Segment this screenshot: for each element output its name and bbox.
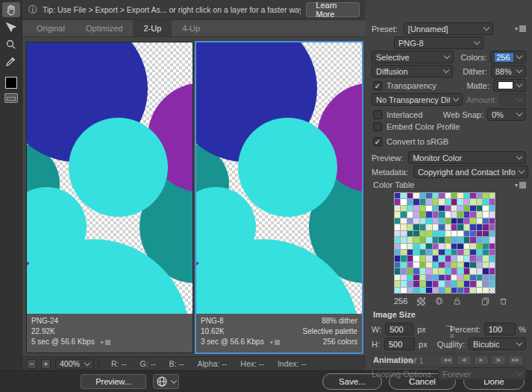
color-swatch[interactable]: [457, 288, 463, 293]
color-swatch[interactable]: [451, 218, 457, 224]
color-swatch[interactable]: [483, 218, 488, 224]
color-swatch[interactable]: [489, 218, 495, 224]
lock-color-icon[interactable]: [453, 297, 461, 306]
color-swatch[interactable]: [457, 281, 463, 286]
embed-color-profile-checkbox[interactable]: [373, 122, 382, 131]
color-swatch[interactable]: [395, 281, 400, 286]
next-frame-button[interactable]: |▶: [491, 355, 506, 365]
color-swatch[interactable]: [457, 224, 463, 230]
color-swatch[interactable]: [433, 231, 438, 236]
color-swatch[interactable]: [407, 193, 413, 198]
color-swatch[interactable]: [445, 193, 451, 198]
color-swatch[interactable]: [483, 237, 488, 242]
color-swatch[interactable]: [401, 224, 406, 230]
color-swatch[interactable]: [457, 262, 463, 268]
color-swatch[interactable]: [457, 237, 463, 242]
color-swatch[interactable]: [426, 206, 431, 211]
color-swatch[interactable]: [439, 244, 444, 249]
color-swatch[interactable]: [426, 224, 431, 230]
eyedropper-color-swatch[interactable]: [5, 77, 17, 89]
interlaced-checkbox[interactable]: [373, 110, 382, 119]
color-swatch[interactable]: [470, 250, 475, 255]
color-swatch[interactable]: [489, 262, 495, 268]
tab-4-up[interactable]: 4-Up: [172, 20, 210, 37]
color-swatch[interactable]: [489, 281, 495, 286]
color-swatch[interactable]: [483, 199, 488, 204]
dither-amount-dropdown[interactable]: 88%: [491, 65, 526, 78]
color-swatch[interactable]: [457, 250, 463, 255]
color-swatch[interactable]: [401, 237, 406, 242]
percent-field[interactable]: 100: [484, 323, 516, 335]
color-swatch[interactable]: [489, 231, 495, 236]
color-swatch[interactable]: [395, 288, 400, 293]
color-swatch[interactable]: [413, 199, 419, 204]
color-table-menu-icon[interactable]: ▾: [515, 182, 526, 189]
color-swatch[interactable]: [483, 281, 488, 286]
color-swatch[interactable]: [433, 206, 438, 211]
learn-more-button[interactable]: Learn More: [306, 2, 360, 17]
delete-color-icon[interactable]: [499, 297, 507, 306]
color-swatch[interactable]: [401, 244, 406, 249]
color-swatch[interactable]: [401, 250, 406, 255]
color-swatch[interactable]: [445, 224, 451, 230]
color-swatch[interactable]: [445, 250, 451, 255]
color-swatch[interactable]: [420, 268, 425, 274]
color-swatch[interactable]: [413, 275, 419, 280]
color-swatch[interactable]: [483, 224, 488, 230]
color-swatch[interactable]: [401, 275, 406, 280]
color-swatch[interactable]: [420, 250, 425, 255]
color-swatch[interactable]: [433, 224, 438, 230]
color-swatch[interactable]: [451, 262, 457, 268]
color-swatch[interactable]: [464, 218, 469, 224]
tab-optimized[interactable]: Optimized: [75, 20, 134, 37]
color-swatch[interactable]: [439, 256, 444, 261]
color-swatch[interactable]: [470, 237, 475, 242]
color-swatch[interactable]: [483, 268, 488, 274]
color-swatch[interactable]: [426, 199, 431, 204]
color-swatch[interactable]: [464, 212, 469, 217]
color-swatch[interactable]: [470, 275, 475, 280]
color-swatch[interactable]: [477, 218, 482, 224]
color-swatch[interactable]: [451, 268, 457, 274]
color-swatch[interactable]: [483, 256, 488, 261]
first-frame-button[interactable]: ◀◀: [439, 355, 454, 365]
color-swatch[interactable]: [477, 193, 482, 198]
color-swatch[interactable]: [426, 288, 431, 293]
color-swatch[interactable]: [407, 262, 413, 268]
color-swatch[interactable]: [439, 250, 444, 255]
color-swatch[interactable]: [457, 193, 463, 198]
color-swatch[interactable]: [470, 231, 475, 236]
color-swatch[interactable]: [426, 262, 431, 268]
color-swatch[interactable]: [470, 256, 475, 261]
color-swatch[interactable]: [433, 218, 438, 224]
web-shift-icon[interactable]: [435, 297, 443, 306]
color-swatch[interactable]: [464, 206, 469, 211]
color-swatch[interactable]: [426, 237, 431, 242]
color-swatch[interactable]: [407, 244, 413, 249]
color-swatch[interactable]: [489, 256, 495, 261]
color-swatch[interactable]: [477, 275, 482, 280]
color-swatch[interactable]: [413, 224, 419, 230]
toggle-slices-visibility-icon[interactable]: [4, 93, 18, 103]
dither-method-dropdown[interactable]: Diffusion: [372, 65, 453, 78]
color-swatch[interactable]: [420, 218, 425, 224]
color-swatch[interactable]: [439, 288, 444, 293]
color-swatch[interactable]: [433, 268, 438, 274]
color-swatch[interactable]: [413, 256, 419, 261]
color-swatch[interactable]: [457, 268, 463, 274]
color-swatch[interactable]: [477, 199, 482, 204]
color-swatch[interactable]: [445, 212, 451, 217]
color-swatch[interactable]: [464, 275, 469, 280]
color-swatch[interactable]: [413, 237, 419, 242]
new-color-icon[interactable]: [481, 297, 489, 306]
color-swatch[interactable]: [395, 231, 400, 236]
color-swatch[interactable]: [464, 281, 469, 286]
color-swatch[interactable]: [395, 218, 400, 224]
color-swatch[interactable]: [464, 244, 469, 249]
color-swatch[interactable]: [451, 275, 457, 280]
tab-original[interactable]: Original: [26, 20, 75, 37]
color-swatch[interactable]: [420, 193, 425, 198]
color-swatch[interactable]: [451, 281, 457, 286]
snap-transparency-icon[interactable]: [417, 297, 425, 306]
color-swatch[interactable]: [401, 288, 406, 293]
